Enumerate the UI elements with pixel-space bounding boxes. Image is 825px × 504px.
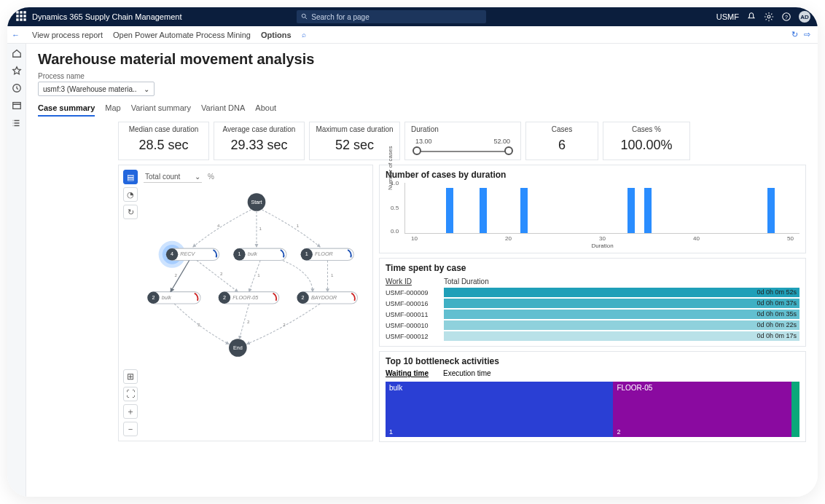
card-median: Median case duration 28.5 sec xyxy=(118,122,209,160)
process-name-value: usmf:3 (Warehouse materia.. xyxy=(43,85,137,93)
org-label: USMF xyxy=(716,12,739,21)
work-id: USMF-000012 xyxy=(386,333,444,340)
slider-knob-max[interactable] xyxy=(504,146,513,155)
time-spent-panel: Time spent by case Work ID Total Duratio… xyxy=(379,258,806,347)
map-zoom-in[interactable]: ＋ xyxy=(123,404,138,419)
bottleneck-treemap: bulk1FLOOR-052 xyxy=(386,382,799,437)
cell-count: 1 xyxy=(389,428,393,436)
time-spent-row[interactable]: USMF-000012 0d 0h 0m 17s xyxy=(386,331,799,342)
svg-text:2: 2 xyxy=(223,295,226,301)
svg-rect-0 xyxy=(16,11,18,13)
map-view-fullscreen[interactable]: ⛶ xyxy=(123,387,138,401)
svg-text:4: 4 xyxy=(171,251,173,257)
svg-text:1: 1 xyxy=(257,272,260,277)
tab-strip: Case summary Map Variant summary Variant… xyxy=(38,103,806,117)
star-icon[interactable] xyxy=(12,66,22,76)
global-search[interactable]: Search for a page xyxy=(297,10,486,23)
duration-text: 0d 0h 0m 37s xyxy=(756,299,797,307)
help-icon[interactable]: ? xyxy=(781,12,791,22)
chart-xlabel: Duration xyxy=(591,243,613,249)
time-spent-col-workid[interactable]: Work ID xyxy=(386,277,444,286)
bottleneck-tab-waiting[interactable]: Waiting time xyxy=(386,369,429,379)
modules-icon[interactable] xyxy=(12,101,22,111)
cases-by-duration-panel: Number of cases by duration Number of ca… xyxy=(379,165,806,253)
treemap-cell[interactable]: bulk1 xyxy=(386,382,613,437)
duration-text: 0d 0h 0m 22s xyxy=(756,321,797,328)
action-search-icon[interactable]: ⌕ xyxy=(302,31,306,39)
bottleneck-title: Top 10 bottleneck activities xyxy=(386,356,799,366)
duration-slider[interactable] xyxy=(411,146,515,157)
svg-text:1: 1 xyxy=(238,251,241,257)
attach-icon[interactable]: ⇨ xyxy=(804,30,810,39)
svg-rect-1 xyxy=(20,11,22,13)
chart-bar xyxy=(480,188,487,233)
tab-variant-dna[interactable]: Variant DNA xyxy=(201,103,245,117)
svg-text:FLOOR-05: FLOOR-05 xyxy=(232,295,258,301)
action-view-report[interactable]: View process report xyxy=(32,31,103,39)
duration-min: 13.00 xyxy=(415,138,432,145)
tab-map[interactable]: Map xyxy=(105,103,120,117)
map-tool-filter[interactable]: ◔ xyxy=(123,187,138,202)
gear-icon[interactable] xyxy=(764,12,774,22)
svg-text:2: 2 xyxy=(152,295,155,301)
cases-by-duration-title: Number of cases by duration xyxy=(386,170,799,180)
chart-bar xyxy=(767,188,775,233)
svg-text:2: 2 xyxy=(220,271,223,276)
cell-count: 2 xyxy=(617,428,620,436)
chart-bar xyxy=(520,188,528,233)
duration-bar: 0d 0h 0m 52s xyxy=(444,288,799,297)
process-name-label: Process name xyxy=(38,72,806,80)
process-map[interactable]: Start 4 RECV 1 bulk 1 FLOOR xyxy=(141,187,372,419)
process-name-select[interactable]: usmf:3 (Warehouse materia.. ⌄ xyxy=(38,82,155,96)
time-spent-row[interactable]: USMF-000011 0d 0h 0m 35s xyxy=(386,309,799,320)
svg-rect-8 xyxy=(23,18,26,20)
xtick: 50 xyxy=(787,235,794,242)
cell-name: FLOOR-05 xyxy=(617,384,787,392)
work-id: USMF-000016 xyxy=(386,300,444,307)
card-duration-slider[interactable]: Duration 13.00 52.00 xyxy=(404,122,521,160)
time-spent-row[interactable]: USMF-000010 0d 0h 0m 22s xyxy=(386,320,799,331)
tab-about[interactable]: About xyxy=(255,103,276,117)
action-open-pam[interactable]: Open Power Automate Process Mining xyxy=(113,31,251,39)
home-icon[interactable] xyxy=(12,48,22,58)
time-spent-title: Time spent by case xyxy=(386,263,799,273)
time-spent-col-duration[interactable]: Total Duration xyxy=(444,277,489,286)
slider-knob-min[interactable] xyxy=(412,146,421,155)
map-view-grid[interactable]: ⊞ xyxy=(123,369,138,384)
map-tool-refresh[interactable]: ↻ xyxy=(123,205,138,219)
map-tool-highlight[interactable]: ▤ xyxy=(123,170,138,184)
refresh-icon[interactable]: ↻ xyxy=(791,30,798,39)
app-title: Dynamics 365 Supply Chain Management xyxy=(32,12,181,21)
svg-rect-7 xyxy=(20,18,22,20)
svg-rect-5 xyxy=(23,15,26,17)
svg-text:bulk: bulk xyxy=(162,295,172,301)
map-zoom-out[interactable]: － xyxy=(123,422,138,436)
svg-rect-2 xyxy=(23,11,26,13)
list-icon[interactable] xyxy=(12,118,22,128)
svg-text:2: 2 xyxy=(175,272,178,277)
tab-variant-summary[interactable]: Variant summary xyxy=(131,103,191,117)
tab-case-summary[interactable]: Case summary xyxy=(38,103,95,117)
card-max-label: Maximum case duration xyxy=(316,125,394,133)
time-spent-row[interactable]: USMF-000016 0d 0h 0m 37s xyxy=(386,298,799,309)
svg-text:2: 2 xyxy=(283,322,286,327)
card-cases-pct-label: Cases % xyxy=(609,125,684,133)
card-median-label: Median case duration xyxy=(125,125,203,133)
search-icon xyxy=(301,13,308,20)
xtick: 30 xyxy=(599,235,606,242)
time-spent-row[interactable]: USMF-000009 0d 0h 0m 52s xyxy=(386,287,799,298)
treemap-cell[interactable] xyxy=(791,382,799,437)
app-launcher-icon[interactable] xyxy=(15,9,28,24)
duration-bar: 0d 0h 0m 35s xyxy=(444,310,799,319)
bell-icon[interactable] xyxy=(746,12,756,22)
card-average: Average case duration 29.33 sec xyxy=(214,122,305,160)
treemap-cell[interactable]: FLOOR-052 xyxy=(613,382,791,437)
recent-icon[interactable] xyxy=(12,83,22,93)
back-button[interactable]: ← xyxy=(12,31,20,39)
avatar[interactable]: AD xyxy=(799,11,810,23)
bottleneck-tab-execution[interactable]: Execution time xyxy=(443,369,491,379)
process-map-panel: ▤ ◔ ↻ Total count ⌄ % ⊞ ⛶ ＋ － xyxy=(118,165,373,441)
map-measure-dropdown[interactable]: Total count ⌄ xyxy=(144,173,202,183)
action-options[interactable]: Options xyxy=(261,31,292,39)
map-unit: % xyxy=(208,173,214,181)
